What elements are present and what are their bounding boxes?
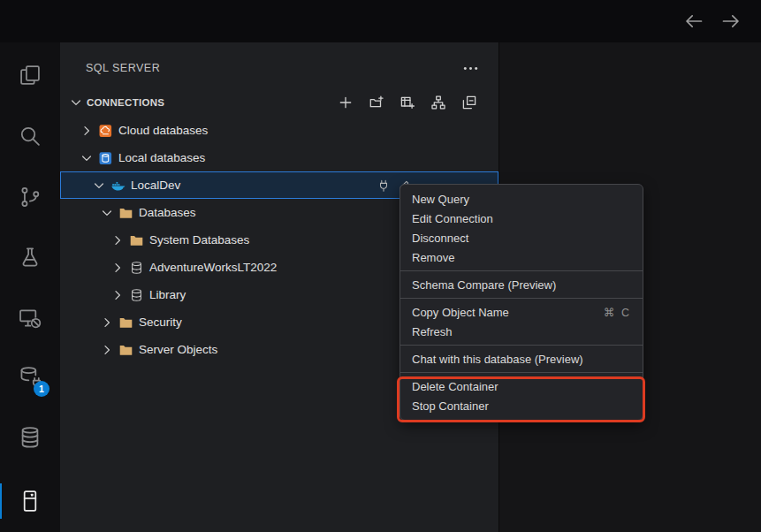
menu-item-refresh[interactable]: Refresh [400, 322, 643, 341]
menu-item-label: New Query [412, 193, 469, 206]
remote-monitor-off-icon [18, 306, 42, 331]
activity-bar-item-copy[interactable] [0, 54, 60, 96]
menu-item-label: Delete Container [412, 380, 498, 393]
menu-separator [400, 345, 643, 346]
collapse-all-icon[interactable] [462, 95, 476, 110]
folder-icon [118, 343, 133, 357]
add-icon[interactable] [339, 95, 353, 110]
hierarchy-icon[interactable] [431, 95, 445, 110]
chevron-down-icon[interactable] [100, 206, 114, 220]
tree-item-label: Local databases [118, 151, 205, 164]
menu-separator [400, 372, 643, 373]
tree-item-label: Security [139, 315, 182, 329]
activity-bar-item-container-registry[interactable] [0, 416, 60, 459]
chevron-right-icon[interactable] [110, 288, 125, 302]
nav-arrows [683, 0, 742, 42]
menu-item-label: Schema Compare (Preview) [412, 278, 556, 292]
search-icon [18, 124, 42, 148]
forward-arrow-icon[interactable] [720, 11, 742, 32]
tree-item-label: Server Objects [139, 343, 217, 356]
activity-bar-item-source-control[interactable] [0, 176, 60, 218]
beaker-icon [18, 246, 42, 270]
menu-item-disconnect[interactable]: Disconnect [400, 228, 643, 247]
menu-item-label: Remove [412, 251, 454, 264]
tree-item-label: Cloud databases [118, 124, 208, 137]
menu-item-schema-compare-preview[interactable]: Schema Compare (Preview) [400, 275, 643, 294]
context-menu: New QueryEdit ConnectionDisconnectRemove… [400, 184, 643, 421]
chevron-down-icon[interactable] [69, 95, 83, 110]
chevron-right-icon[interactable] [110, 233, 125, 247]
menu-item-label: Edit Connection [412, 212, 493, 225]
sidebar-title: SQL SERVER [86, 62, 160, 74]
docker-whale-icon [110, 179, 126, 193]
tree-item-cloud-databases[interactable]: Cloud databases [60, 117, 498, 144]
connections-section-label: CONNECTIONS [87, 97, 164, 108]
folder-icon [118, 206, 133, 220]
chevron-right-icon[interactable] [100, 343, 114, 357]
notification-badge: 1 [34, 381, 49, 397]
folder-icon [128, 233, 144, 247]
more-actions-icon[interactable] [462, 60, 479, 77]
menu-item-delete-container[interactable]: Delete Container [400, 376, 643, 396]
plug-icon[interactable] [377, 179, 390, 192]
title-bar [0, 0, 761, 42]
menu-item-label: Stop Container [412, 399, 489, 413]
tree-item-label: Databases [139, 206, 196, 219]
database-icon [128, 288, 144, 302]
chevron-right-icon[interactable] [80, 124, 94, 138]
tree-item-label: AdventureWorksLT2022 [149, 261, 277, 274]
chevron-right-icon[interactable] [110, 261, 125, 275]
menu-item-label: Refresh [412, 325, 453, 338]
menu-item-new-query[interactable]: New Query [400, 189, 643, 209]
connections-section-header[interactable]: CONNECTIONS [60, 88, 498, 117]
menu-item-label: Disconnect [412, 232, 468, 245]
activity-bar-item-search[interactable] [0, 115, 60, 157]
source-control-icon [18, 185, 42, 209]
tree-item-local-databases[interactable]: Local databases [60, 144, 498, 171]
menu-separator [400, 298, 643, 299]
new-connection-group-icon[interactable] [369, 95, 384, 110]
folder-icon [118, 315, 133, 330]
menu-item-remove[interactable]: Remove [400, 247, 643, 267]
section-toolbar [339, 95, 476, 110]
vscode-window: 1 SQL SERVER CONNECTIONS Cloud databases… [0, 0, 761, 532]
sidebar-header: SQL SERVER [60, 42, 498, 88]
chevron-down-icon[interactable] [92, 179, 106, 193]
back-arrow-icon[interactable] [683, 11, 704, 32]
activity-bar-item-beaker[interactable] [0, 237, 60, 279]
menu-item-label: Copy Object Name [412, 306, 509, 319]
tree-item-label: LocalDev [131, 179, 180, 192]
database-icon [128, 261, 144, 275]
tree-item-label: Library [149, 288, 186, 301]
active-indicator [0, 483, 2, 519]
containers-icon [18, 489, 42, 513]
container-registry-icon [18, 425, 42, 450]
menu-item-shortcut: ⌘ C [604, 306, 631, 319]
tree-item-label: System Databases [149, 233, 249, 247]
menu-item-edit-connection[interactable]: Edit Connection [400, 209, 643, 228]
chevron-right-icon[interactable] [100, 315, 114, 330]
new-deployment-icon[interactable] [400, 95, 415, 110]
local-database-icon [97, 151, 113, 165]
menu-item-label: Chat with this database (Preview) [412, 353, 583, 366]
activity-bar-item-database-connection[interactable]: 1 [0, 356, 60, 399]
cloud-database-icon [97, 124, 113, 138]
copy-icon [18, 63, 42, 87]
chevron-down-icon[interactable] [80, 151, 94, 165]
menu-separator [400, 270, 643, 271]
menu-item-chat-with-this-database-preview[interactable]: Chat with this database (Preview) [400, 349, 643, 369]
menu-item-stop-container[interactable]: Stop Container [400, 396, 643, 415]
activity-bar: 1 [0, 42, 60, 532]
menu-item-copy-object-name[interactable]: Copy Object Name⌘ C [400, 302, 643, 322]
activity-bar-item-containers[interactable] [0, 480, 60, 522]
activity-bar-item-remote-monitor-off[interactable] [0, 297, 60, 339]
